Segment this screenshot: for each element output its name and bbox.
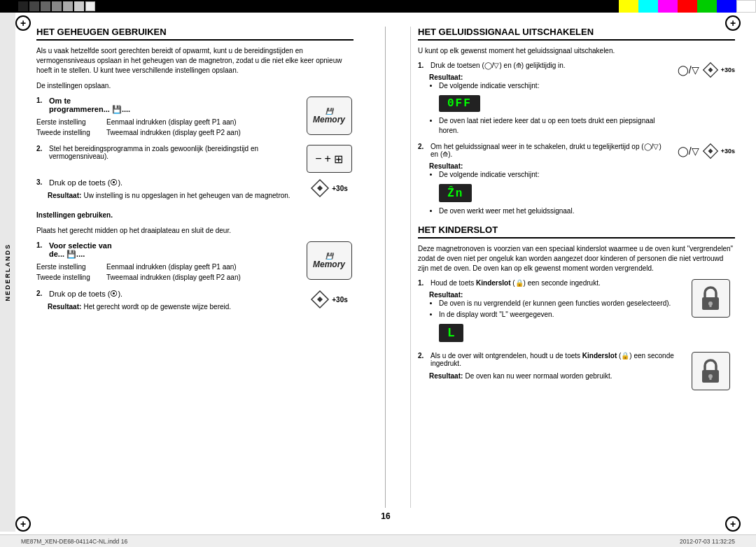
kinderslot-step2-content: 2. Als u de over wilt ontgrendelen, houd…: [418, 352, 679, 380]
memory-button1: 💾 Memory: [307, 97, 352, 135]
color-bar-white: [736, 0, 756, 13]
display-l-container: L: [429, 322, 679, 344]
step3-header: 3. Druk op de toets (⦿).: [36, 178, 298, 187]
kinderslot-bullet-list1: De oven is nu vergrendeld (er kunnen gee…: [429, 299, 679, 320]
step1-with-img: 1. Om te programmeren... 💾.... Eerste in…: [36, 97, 354, 139]
lock-icon2: [692, 352, 730, 390]
color-bar-blue: [717, 0, 736, 13]
page-number: 16: [36, 511, 735, 521]
sound-bullet-list1b: De oven laat niet iedere keer dat u op e…: [429, 116, 671, 136]
plus-minus-container: − + ⊞: [304, 145, 354, 173]
step5-result: Resultaat: Het gerecht wordt op de gewen…: [36, 302, 298, 311]
step5-header: 2. Druk op de toets (⦿).: [36, 290, 298, 298]
kinderslot-step2-num: 2.: [418, 352, 429, 367]
memory-ref1: 💾....: [112, 105, 130, 113]
step4-label1: Voor selectie van: [49, 241, 112, 250]
sound-step2-result: Resultaat: De volgende indicatie verschi…: [418, 162, 671, 216]
kinderslot-step2-with-img: 2. Als u de over wilt ontgrendelen, houd…: [418, 352, 735, 390]
pre-list-text: De instellingen opslaan.: [36, 81, 354, 91]
minus-icon: −: [315, 152, 321, 165]
step5-content: 2. Druk op de toets (⦿). Resultaat: Het …: [36, 290, 298, 311]
svg-marker-3: [317, 297, 323, 302]
row1-label: Eerste instelling: [36, 118, 106, 126]
step4-header: 1. Voor selectie van de... 💾....: [36, 241, 298, 259]
sound-bullet-list1: De volgende indicatie verschijnt:: [429, 81, 671, 91]
step3-with-img: 3. Druk op de toets (⦿). Resultaat: Uw i…: [36, 178, 354, 199]
sq7: [74, 1, 84, 11]
clock-icon1: ◯/▽: [678, 64, 699, 76]
lock-svg1: [699, 285, 722, 313]
step4-with-img: 1. Voor selectie van de... 💾.... Eerste …: [36, 241, 354, 284]
step2-text: Stel het bereidingsprogramma in zoals ge…: [49, 145, 298, 160]
sidebar-label: NEDERLANDS: [4, 243, 11, 301]
kinderslot-step1-result: Resultaat: De oven is nu vergrendeld (er…: [418, 291, 679, 344]
step1-content: 1. Om te programmeren... 💾.... Eerste in…: [36, 97, 298, 139]
kinderslot-intro: Deze magnetronoven is voorzien van een s…: [418, 244, 735, 274]
sound-step2-header: 2. Om het geluidssignaal weer in te scha…: [418, 143, 671, 158]
sound-step1-header: 1. Druk de toetsen (◯/▽) en (⟰) gelijkti…: [418, 62, 671, 69]
step5-with-img: 2. Druk op de toets (⦿). Resultaat: Het …: [36, 290, 354, 311]
sound-step2-content: 2. Om het geluidssignaal weer in te scha…: [418, 143, 671, 218]
lock-icon-container1: [686, 279, 735, 318]
svg-marker-7: [708, 149, 713, 154]
step1-section: 1. Om te programmeren... 💾.... Eerste in…: [36, 97, 354, 199]
sound-step2-text: Om het geluidssignaal weer in te schakel…: [430, 143, 671, 158]
sound-30s-label2: +30s: [721, 148, 735, 155]
step4-num: 1.: [36, 241, 48, 259]
step3-content: 3. Druk op de toets (⦿). Resultaat: Uw i…: [36, 178, 298, 199]
sound-icons-container2: ◯/▽ +30s: [678, 143, 735, 159]
right-section-title1: HET GELUIDSSIGNAAL UITSCHAKELEN: [418, 27, 735, 41]
color-bar-yellow: [619, 0, 638, 13]
sound-resultaat2-label: Resultaat:: [429, 162, 671, 170]
sidebar: NEDERLANDS: [0, 13, 15, 532]
svg-marker-1: [317, 185, 323, 191]
memory-label1: Memory: [313, 115, 345, 125]
kinderslot-resultaat2-label: Resultaat:: [429, 372, 463, 380]
sound-icon-row2: ◯/▽ +30s: [678, 143, 735, 159]
two-col-layout: HET GEHEUGEN GEBRUIKEN Als u vaak hetzel…: [36, 27, 735, 508]
sound-step1-text: Druk de toetsen (◯/▽) en (⟰) gelijktijdi…: [430, 62, 566, 69]
sound-arrow-30s2: +30s: [702, 143, 735, 159]
grayscale-squares: [7, 1, 95, 11]
sound-bullet2b: De oven werkt weer met het geluidssignaa…: [439, 206, 671, 216]
step2-num: 2.: [36, 145, 48, 160]
kinderslot-section: HET KINDERSLOT Deze magnetronoven is voo…: [418, 225, 735, 390]
sound-section: HET GELUIDSSIGNAAL UITSCHAKELEN U kunt o…: [418, 27, 735, 218]
step1-labels: Om te programmeren... 💾....: [49, 97, 130, 114]
sound-resultaat1-label: Resultaat:: [429, 73, 671, 81]
color-bar-cyan: [638, 0, 658, 13]
sq8: [85, 1, 95, 11]
kinderslot-step1-header: 1. Houd de toets Kinderslot (🔒) een seco…: [418, 279, 679, 287]
svg-rect-13: [710, 376, 712, 380]
column-divider: [385, 27, 386, 508]
grille-icon: ⊞: [334, 152, 343, 166]
resultaat-text1: Uw instelling is nu opgeslagen in het ge…: [83, 192, 290, 199]
row4: Tweede instelling Tweemaal indrukken (di…: [36, 274, 298, 281]
sq5: [52, 1, 62, 11]
plaatsen-text: Plaats het gerecht midden op het draaipl…: [36, 226, 354, 236]
sound-arrow-30s1: +30s: [702, 62, 735, 78]
step5-text: Druk op de toets (⦿).: [49, 290, 122, 298]
kinderslot-step2-text: Als u de over wilt ontgrendelen, houdt u…: [430, 352, 679, 367]
sound-bullet1a: De volgende indicatie verschijnt:: [439, 81, 671, 91]
kinderslot-step2-header: 2. Als u de over wilt ontgrendelen, houd…: [418, 352, 679, 367]
row2: Tweede instelling Tweemaal indrukken (di…: [36, 129, 298, 136]
left-section-title: HET GEHEUGEN GEBRUIKEN: [36, 27, 354, 41]
step1-label2: programmeren... 💾....: [49, 105, 130, 114]
kinderslot-resultaat1-label: Resultaat:: [429, 291, 679, 299]
sound-diamond1: [702, 62, 719, 78]
step1-header: 1. Om te programmeren... 💾....: [36, 97, 298, 114]
sound-bullet2a: De volgende indicatie verschijnt:: [439, 170, 671, 180]
step2-content: 2. Stel het bereidingsprogramma in zoals…: [36, 145, 298, 164]
30s-label2: +30s: [332, 296, 348, 304]
clock-icon2: ◯/▽: [678, 145, 699, 157]
resultaat-label1: Resultaat:: [48, 192, 81, 199]
kinderslot-step1-with-img: 1. Houd de toets Kinderslot (🔒) een seco…: [418, 279, 735, 346]
display-off-container: 0FF: [429, 93, 671, 114]
svg-rect-10: [710, 304, 712, 307]
step1-label1: Om te: [49, 97, 130, 105]
step1-num: 1.: [36, 97, 48, 114]
sound-icons-container1: ◯/▽ +30s: [678, 62, 735, 78]
memory-label2: Memory: [313, 260, 345, 269]
sound-step2-with-img: 2. Om het geluidssignaal weer in te scha…: [418, 143, 735, 218]
